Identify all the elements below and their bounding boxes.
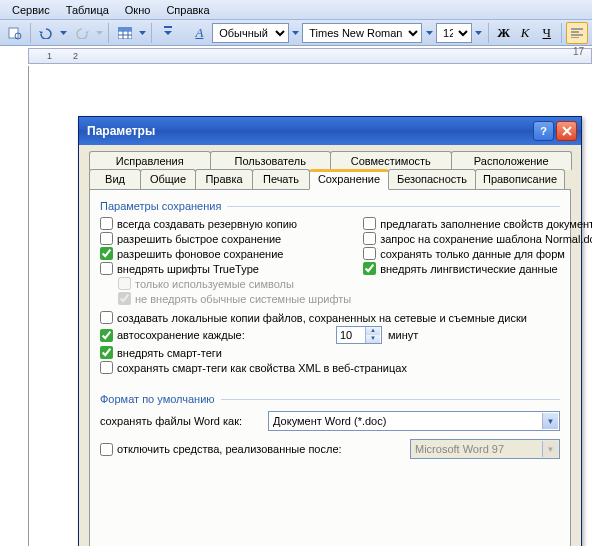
spin-up-icon[interactable]: ▲ [365,327,380,335]
save-opt-left-5-label: не внедрять обычные системные шрифты [135,293,351,305]
save-opt-left-1-checkbox[interactable] [100,232,113,245]
tab-location[interactable]: Расположение [451,151,573,170]
save-opt-right-1[interactable]: запрос на сохранение шаблона Normal.dot [363,231,592,246]
save-opt-left-0-checkbox[interactable] [100,217,113,230]
underline-button[interactable]: Ч [537,23,557,43]
disable-features-checkbox[interactable] [100,443,113,456]
save-opt-left-0-label: всегда создавать резервную копию [117,218,297,230]
tab-user[interactable]: Пользователь [210,151,332,170]
autosave-spinner[interactable]: ▲▼ [336,326,382,344]
tab-print[interactable]: Печать [252,169,310,190]
save-opt-right-0[interactable]: предлагать заполнение свойств документа [363,216,592,231]
menu-window[interactable]: Окно [117,2,159,18]
ruler[interactable]: 1 2 [28,48,592,64]
save-opt-right-1-checkbox[interactable] [363,232,376,245]
spin-down-icon[interactable]: ▼ [365,335,380,343]
tab-row-1: Исправления Пользователь Совместимость Р… [89,151,571,170]
save-opt-full-0[interactable]: создавать локальные копии файлов, сохран… [100,310,560,325]
options-dialog: Параметры ? Исправления Пользователь Сов… [78,116,582,546]
tab-spelling[interactable]: Правописание [475,169,565,190]
tab-view[interactable]: Вид [89,169,141,190]
undo-icon[interactable] [35,22,57,44]
autosave-value[interactable] [337,329,365,341]
save-opt-full-2[interactable]: внедрять смарт-теги [100,345,560,360]
save-opt-left-5-checkbox [118,292,131,305]
tab-compat[interactable]: Совместимость [330,151,452,170]
save-opt-left-4-label: только используемые символы [135,278,294,290]
style-dropdown-icon[interactable] [291,22,301,44]
save-options-right: предлагать заполнение свойств документаз… [363,216,592,306]
font-format-icon[interactable]: A [189,22,211,44]
save-opt-right-2-checkbox[interactable] [363,247,376,260]
save-opt-full-2-checkbox[interactable] [100,346,113,359]
save-opt-full-3-label: сохранять смарт-теги как свойства XML в … [117,362,407,374]
chevron-down-icon: ▼ [542,441,558,457]
table-dropdown-icon[interactable] [138,22,148,44]
autosave-unit: минут [388,329,418,341]
save-as-dropdown[interactable]: Документ Word (*.doc) ▼ [268,411,560,431]
group-save-params-title: Параметры сохранения [100,200,221,212]
save-opt-left-3[interactable]: внедрять шрифты TrueType [100,261,351,276]
size-dropdown-icon[interactable] [474,22,484,44]
tab-save[interactable]: Сохранение [309,169,389,190]
menu-help[interactable]: Справка [158,2,217,18]
save-opt-left-3-label: внедрять шрифты TrueType [117,263,259,275]
print-preview-icon[interactable] [4,22,26,44]
save-opt-right-3-label: внедрять лингвистические данные [380,263,558,275]
save-opt-full-3-checkbox[interactable] [100,361,113,374]
save-opt-left-4-checkbox [118,277,131,290]
save-opt-left-2-label: разрешить фоновое сохранение [117,248,283,260]
save-opt-left-3-checkbox[interactable] [100,262,113,275]
save-opt-right-3[interactable]: внедрять лингвистические данные [363,261,592,276]
autosave[interactable]: автосохранение каждые: [100,328,330,343]
save-opt-right-2-label: сохранять только данные для форм [380,248,565,260]
toolbar-options-icon[interactable] [157,22,179,44]
bold-button[interactable]: Ж [494,23,514,43]
align-left-icon[interactable] [566,22,588,44]
dialog-titlebar[interactable]: Параметры ? [79,117,581,145]
save-as-value: Документ Word (*.doc) [273,415,386,427]
save-opt-right-1-label: запрос на сохранение шаблона Normal.dot [380,233,592,245]
save-opt-right-2[interactable]: сохранять только данные для форм [363,246,592,261]
save-opt-left-2-checkbox[interactable] [100,247,113,260]
document-area: Параметры ? Исправления Пользователь Сов… [0,66,592,546]
style-combo[interactable]: Обычный [212,23,288,43]
chevron-down-icon: ▼ [542,413,558,429]
italic-button[interactable]: К [515,23,535,43]
tab-corrections[interactable]: Исправления [89,151,211,170]
font-combo[interactable]: Times New Roman [302,23,422,43]
save-opt-left-1[interactable]: разрешить быстрое сохранение [100,231,351,246]
font-dropdown-icon[interactable] [424,22,434,44]
save-opt-left-5: не внедрять обычные системные шрифты [118,291,351,306]
disable-features-label: отключить средства, реализованные после: [117,443,342,455]
group-default-format-title: Формат по умолчанию [100,393,215,405]
save-opt-full-0-label: создавать локальные копии файлов, сохран… [117,312,527,324]
undo-dropdown-icon[interactable] [59,22,69,44]
tab-general[interactable]: Общие [140,169,196,190]
tab-edit[interactable]: Правка [195,169,253,190]
size-combo[interactable]: 12 [436,23,472,43]
tab-security[interactable]: Безопасность [388,169,476,190]
menu-bar: Сервис Таблица Окно Справка [0,0,592,20]
disable-version-dropdown: Microsoft Word 97 ▼ [410,439,560,459]
save-opt-full-3[interactable]: сохранять смарт-теги как свойства XML в … [100,360,560,375]
save-opt-left-1-label: разрешить быстрое сохранение [117,233,281,245]
help-button[interactable]: ? [533,121,554,141]
save-opt-right-3-checkbox[interactable] [363,262,376,275]
menu-table[interactable]: Таблица [58,2,117,18]
save-opt-left-4: только используемые символы [118,276,351,291]
save-opt-right-0-checkbox[interactable] [363,217,376,230]
svg-rect-8 [164,26,172,28]
ruler-area: 1 2 17 [0,46,592,66]
menu-service[interactable]: Сервис [4,2,58,18]
table-icon[interactable] [114,22,136,44]
save-opt-left-0[interactable]: всегда создавать резервную копию [100,216,351,231]
close-button[interactable] [556,121,577,141]
save-opt-full-0-checkbox[interactable] [100,311,113,324]
save-opt-left-2[interactable]: разрешить фоновое сохранение [100,246,351,261]
redo-icon[interactable] [71,22,93,44]
redo-dropdown-icon[interactable] [94,22,104,44]
save-opt-right-0-label: предлагать заполнение свойств документа [380,218,592,230]
autosave-checkbox[interactable] [100,329,113,342]
disable-version-value: Microsoft Word 97 [415,443,504,455]
